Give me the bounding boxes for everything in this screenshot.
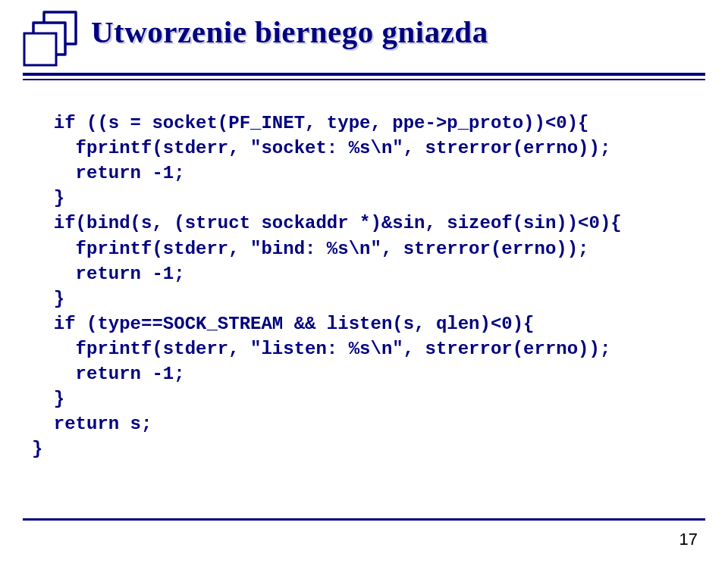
footer-divider (23, 518, 705, 521)
overlapping-squares-icon (23, 8, 83, 68)
divider-thick (23, 73, 705, 76)
header-row: Utworzenie biernego gniazda (0, 0, 728, 68)
slide-title: Utworzenie biernego gniazda (83, 8, 488, 50)
svg-rect-2 (24, 33, 56, 65)
slide: Utworzenie biernego gniazda if ((s = soc… (0, 0, 728, 563)
code-block: if ((s = socket(PF_INET, type, ppe->p_pr… (0, 80, 728, 462)
page-number: 17 (679, 530, 698, 549)
